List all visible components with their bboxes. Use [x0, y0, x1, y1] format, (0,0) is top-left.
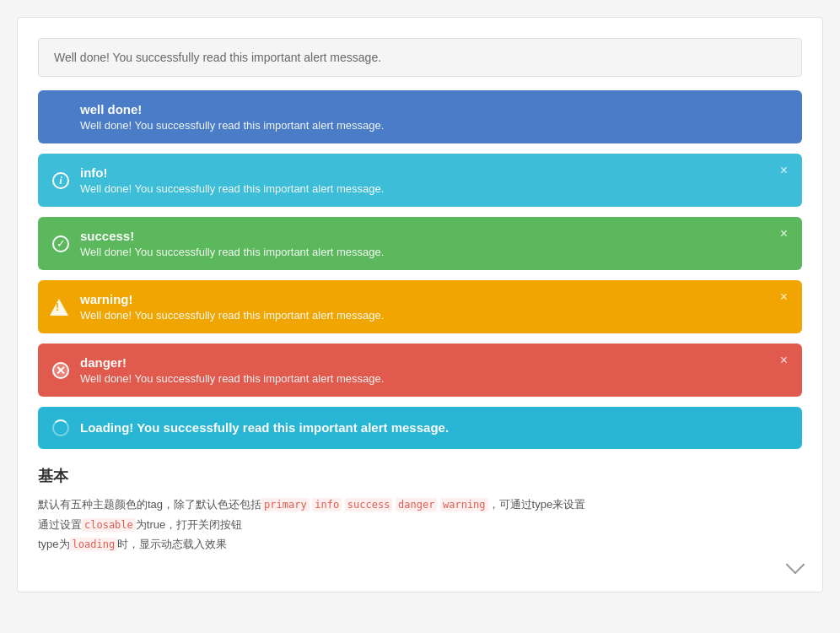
section-footer	[38, 561, 802, 571]
inline-code: danger	[396, 498, 437, 511]
alert-title: warning!	[80, 292, 768, 306]
close-button[interactable]: ×	[776, 352, 792, 369]
alert-body: Well done! You successfully read this im…	[80, 119, 768, 132]
line-suffix: 为true，打开关闭按钮	[136, 518, 242, 531]
warning-icon	[50, 298, 68, 316]
alert-info: i info! Well done! You successfully read…	[38, 154, 802, 207]
alert-success: ✓ success! Well done! You successfully r…	[38, 217, 802, 270]
section-desc: 默认有五种主题颜色的tag，除了默认色还包括primary info succe…	[38, 495, 802, 555]
close-button[interactable]: ×	[776, 225, 792, 242]
alert-body: Well done! You successfully read this im…	[80, 182, 768, 195]
line-suffix: ，可通过type来设置	[488, 498, 586, 511]
alert-body: Well done! You successfully read this im…	[80, 309, 768, 322]
inline-code: loading	[70, 538, 118, 551]
alert-title: danger!	[80, 355, 768, 370]
inline-code: primary	[261, 498, 310, 511]
alert-warning: warning! Well done! You successfully rea…	[38, 280, 802, 333]
close-button[interactable]: ×	[776, 162, 792, 179]
alert-title: info!	[80, 165, 768, 180]
line-text: 默认有五种主题颜色的tag，除了默认色还包括	[38, 498, 261, 511]
main-container: Well done! You successfully read this im…	[17, 17, 823, 592]
danger-icon: ✕	[51, 361, 70, 380]
alerts-container: well done! Well done! You successfully r…	[38, 90, 802, 449]
alert-loading: Loading! You successfully read this impo…	[38, 407, 802, 449]
section-line: 默认有五种主题颜色的tag，除了默认色还包括primary info succe…	[38, 495, 802, 515]
line-text: type为	[38, 538, 70, 550]
alert-title: Loading! You successfully read this impo…	[80, 420, 449, 435]
section-line: type为loading时，显示动态载入效果	[38, 534, 802, 555]
alert-primary: well done! Well done! You successfully r…	[38, 90, 802, 143]
section-title: 基本	[38, 466, 802, 486]
chevron-down-icon[interactable]	[786, 555, 805, 574]
close-button[interactable]: ×	[776, 289, 792, 306]
line-text: 通过设置	[38, 518, 82, 531]
alert-danger: ✕ danger! Well done! You successfully re…	[38, 344, 802, 397]
section-line: 通过设置closable为true，打开关闭按钮	[38, 515, 802, 535]
inline-code: info	[312, 498, 342, 511]
line-suffix: 时，显示动态载入效果	[117, 538, 227, 550]
alert-body: Well done! You successfully read this im…	[80, 372, 768, 385]
inline-code: warning	[440, 498, 488, 511]
success-icon: ✓	[51, 235, 70, 253]
loading-icon	[51, 419, 70, 437]
alert-title: well done!	[80, 102, 768, 116]
inline-code: closable	[82, 518, 136, 532]
default-alert-text: Well done! You successfully read this im…	[54, 51, 381, 64]
alert-body: Well done! You successfully read this im…	[80, 246, 768, 258]
info-icon: i	[51, 171, 70, 190]
alert-title: success!	[80, 229, 768, 243]
default-alert: Well done! You successfully read this im…	[38, 38, 802, 77]
inline-code: success	[345, 498, 393, 511]
